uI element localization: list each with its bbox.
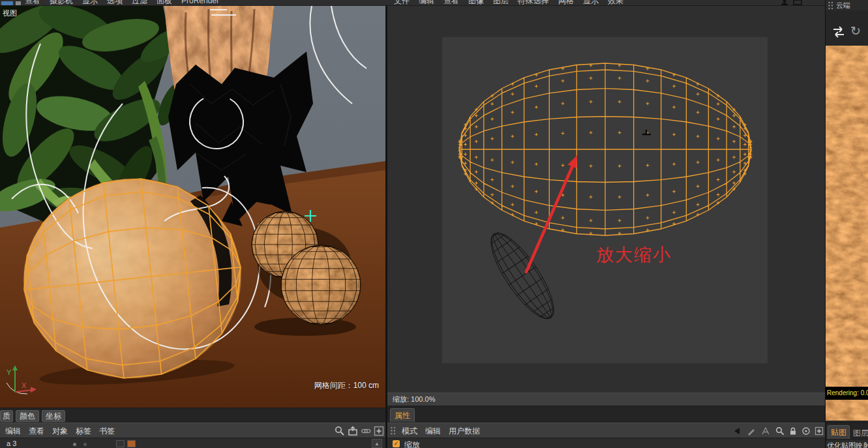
- uv-zoom-statusbar: 缩放: 100.0%: [387, 393, 825, 406]
- panel-tab-cloud[interactable]: 云端: [836, 1, 850, 10]
- zoom-annotation-text: 放大缩小: [596, 245, 672, 265]
- tab-material[interactable]: 质: [0, 410, 13, 422]
- menu-item[interactable]: 过滤: [132, 0, 147, 6]
- menu-item-mode[interactable]: 模式: [402, 426, 417, 437]
- viewport-menu-strip: 查看摄影机显示选项过滤面板ProRender: [25, 0, 228, 6]
- menu-item-tag[interactable]: 标签: [76, 426, 91, 437]
- object-name[interactable]: a 3: [7, 440, 16, 447]
- texture-options-cropped: 优化贴图映射: [826, 440, 868, 448]
- menu-item-edit[interactable]: 编辑: [5, 426, 21, 437]
- refresh-icon[interactable]: ↻: [850, 23, 861, 38]
- material-thumbnail[interactable]: [127, 440, 136, 447]
- link-icon[interactable]: [361, 426, 371, 436]
- tab-attributes[interactable]: 属性: [390, 408, 415, 422]
- menu-item[interactable]: 特殊选择: [518, 0, 549, 6]
- axis-x-label: X: [22, 381, 27, 389]
- menu-item[interactable]: 文件: [394, 0, 410, 6]
- menu-item[interactable]: 选项: [107, 0, 123, 6]
- zoom-status: 缩放: 100.0%: [393, 395, 435, 403]
- menu-item[interactable]: 显示: [82, 0, 98, 6]
- menu-item-object[interactable]: 对象: [52, 426, 68, 437]
- rendering-status: Rendering: 0.0: [827, 389, 868, 396]
- panel-handle-icon[interactable]: [390, 426, 397, 435]
- material-tab-row: 质 颜色 坐标: [0, 408, 385, 423]
- object-list-cropped: a 3 ▲: [0, 438, 385, 448]
- app-icon: [1, 1, 13, 5]
- object-manager-menu: 编辑 查看 对象 标签 书签: [0, 423, 385, 438]
- uv-texture-canvas[interactable]: 放大缩小: [387, 6, 825, 393]
- tab-layers[interactable]: 图层: [853, 428, 868, 439]
- layer-dot-icon[interactable]: [83, 443, 87, 446]
- grid-spacing-info: 网格间距：100 cm: [314, 380, 379, 391]
- menu-item[interactable]: 编辑: [419, 0, 434, 6]
- add-frame-icon[interactable]: [815, 426, 824, 436]
- menu-item[interactable]: 图像: [468, 0, 484, 6]
- menu-item-userdata[interactable]: 用户数据: [449, 426, 480, 437]
- zoom-checkbox-label: 缩放: [404, 440, 420, 448]
- top-menu-bar: 查看摄影机显示选项过滤面板ProRender 文件编辑查看图像图层特殊选择网格显…: [0, 0, 868, 6]
- menu-item[interactable]: 查看: [443, 0, 459, 6]
- add-frame-icon[interactable]: [374, 426, 384, 436]
- menu-item[interactable]: 效果: [608, 0, 623, 6]
- tab-color[interactable]: 颜色: [16, 410, 39, 422]
- brush-icon[interactable]: [747, 426, 756, 436]
- view-label[interactable]: 视图: [3, 8, 17, 18]
- target-icon[interactable]: [801, 426, 811, 436]
- menu-item-edit[interactable]: 编辑: [425, 426, 441, 437]
- panel-handle-icon[interactable]: [828, 1, 834, 10]
- menu-item[interactable]: 显示: [583, 0, 599, 6]
- menu-item-bookmark[interactable]: 书签: [99, 426, 115, 437]
- menu-item[interactable]: 摄影机: [50, 0, 73, 6]
- search-icon[interactable]: [775, 426, 785, 436]
- rendering-status-bar: Rendering: 0.0: [826, 387, 868, 400]
- viewport-3d[interactable]: Y X 视图 网格间距：100 cm: [0, 6, 385, 408]
- attribute-manager-menu: 模式 编辑 用户数据: [387, 423, 825, 438]
- tab-coordinates[interactable]: 坐标: [42, 410, 65, 422]
- user-icon[interactable]: [780, 0, 789, 6]
- search-icon[interactable]: [335, 426, 345, 436]
- zoom-checkbox[interactable]: ✓: [393, 440, 400, 447]
- toolbar-icon: [16, 1, 21, 5]
- history-back-icon[interactable]: [732, 426, 741, 436]
- sync-arrows-icon[interactable]: [831, 25, 846, 39]
- menu-item[interactable]: ProRender: [181, 0, 219, 5]
- menu-item[interactable]: 查看: [25, 0, 40, 6]
- attribute-tab-row: 属性: [387, 406, 825, 423]
- tab-texture[interactable]: 贴图: [828, 425, 850, 439]
- texture-tabs-row: 贴图 图层: [826, 423, 868, 440]
- axis-y-label: Y: [7, 368, 12, 376]
- menu-item-view[interactable]: 查看: [29, 426, 44, 437]
- optimize-mapping-label[interactable]: 优化贴图映射: [827, 441, 868, 448]
- attribute-list-cropped: ✓ 缩放: [387, 438, 825, 448]
- texture-preview-image[interactable]: [826, 46, 868, 421]
- menu-item[interactable]: 面板: [157, 0, 172, 6]
- texture-preview-panel: 云端 ↻ Rendering: 0.0 贴图 图层 优化贴图映射: [825, 0, 868, 448]
- text-tool-icon[interactable]: [761, 426, 770, 436]
- uv-canvas-svg: 放大缩小: [387, 6, 825, 393]
- menu-item[interactable]: 网格: [558, 0, 574, 6]
- frame-view-icon[interactable]: [348, 426, 358, 436]
- panel-header: 云端: [826, 0, 868, 10]
- layout-monitor-icon[interactable]: [793, 0, 802, 6]
- layer-dot-icon[interactable]: [73, 443, 76, 446]
- viewport-3d-scene: Y X: [0, 6, 385, 408]
- lock-icon[interactable]: [788, 426, 798, 436]
- texture-view-menu-strip: 文件编辑查看图像图层特殊选择网格显示效果: [394, 0, 633, 6]
- tag-thumbnail[interactable]: [116, 440, 125, 447]
- menu-item[interactable]: 图层: [493, 0, 509, 6]
- scroll-up-arrow[interactable]: ▲: [372, 439, 382, 448]
